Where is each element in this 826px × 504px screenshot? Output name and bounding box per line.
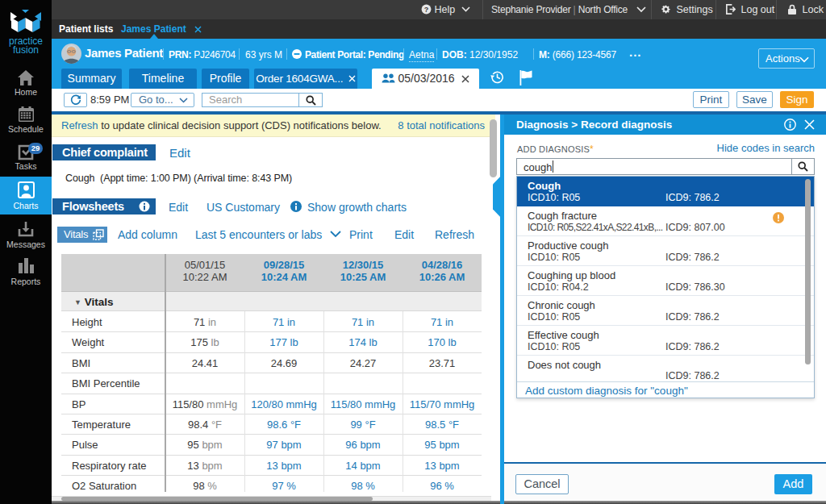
svg-text:?: ? bbox=[424, 6, 429, 14]
